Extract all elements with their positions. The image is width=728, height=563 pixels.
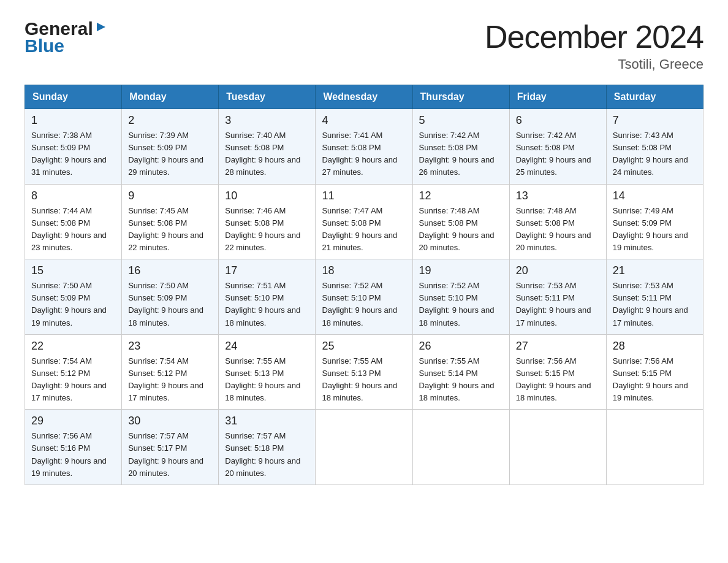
day-info: Sunrise: 7:53 AM Sunset: 5:11 PM Dayligh… [516, 280, 600, 329]
day-info: Sunrise: 7:46 AM Sunset: 5:08 PM Dayligh… [225, 205, 309, 255]
calendar-week-row: 15 Sunrise: 7:50 AM Sunset: 5:09 PM Dayl… [25, 259, 703, 335]
table-row: 13 Sunrise: 7:48 AM Sunset: 5:08 PM Dayl… [509, 184, 606, 259]
table-row [316, 410, 412, 485]
day-number: 3 [225, 114, 309, 127]
day-number: 30 [128, 415, 212, 427]
month-year-title: December 2024 [485, 18, 703, 55]
day-info: Sunrise: 7:48 AM Sunset: 5:08 PM Dayligh… [516, 205, 600, 255]
day-info: Sunrise: 7:38 AM Sunset: 5:09 PM Dayligh… [31, 129, 115, 179]
table-row: 20 Sunrise: 7:53 AM Sunset: 5:11 PM Dayl… [509, 259, 606, 335]
calendar-header-row: Sunday Monday Tuesday Wednesday Thursday… [25, 85, 703, 109]
day-number: 2 [128, 114, 212, 127]
day-info: Sunrise: 7:44 AM Sunset: 5:08 PM Dayligh… [31, 205, 115, 255]
day-number: 4 [322, 114, 406, 127]
day-info: Sunrise: 7:40 AM Sunset: 5:08 PM Dayligh… [225, 129, 309, 179]
day-info: Sunrise: 7:51 AM Sunset: 5:10 PM Dayligh… [225, 280, 309, 329]
day-info: Sunrise: 7:41 AM Sunset: 5:08 PM Dayligh… [322, 129, 406, 179]
logo-arrow-icon [94, 20, 108, 34]
day-number: 28 [613, 340, 697, 353]
table-row: 23 Sunrise: 7:54 AM Sunset: 5:12 PM Dayl… [122, 334, 219, 410]
day-number: 26 [419, 340, 503, 353]
table-row: 11 Sunrise: 7:47 AM Sunset: 5:08 PM Dayl… [316, 184, 412, 259]
table-row: 7 Sunrise: 7:43 AM Sunset: 5:08 PM Dayli… [606, 109, 703, 185]
day-number: 8 [31, 190, 115, 202]
table-row [509, 410, 606, 485]
day-number: 25 [322, 340, 406, 353]
table-row: 18 Sunrise: 7:52 AM Sunset: 5:10 PM Dayl… [316, 259, 412, 335]
calendar-table: Sunday Monday Tuesday Wednesday Thursday… [25, 85, 703, 485]
calendar-week-row: 29 Sunrise: 7:56 AM Sunset: 5:16 PM Dayl… [25, 410, 703, 485]
day-number: 20 [516, 264, 600, 277]
day-number: 13 [516, 190, 600, 202]
day-number: 22 [31, 340, 115, 353]
table-row: 1 Sunrise: 7:38 AM Sunset: 5:09 PM Dayli… [25, 109, 122, 185]
col-wednesday: Wednesday [316, 85, 412, 109]
day-info: Sunrise: 7:54 AM Sunset: 5:12 PM Dayligh… [128, 355, 212, 405]
day-info: Sunrise: 7:56 AM Sunset: 5:15 PM Dayligh… [613, 355, 697, 405]
day-number: 23 [128, 340, 212, 353]
day-number: 19 [419, 264, 503, 277]
day-number: 16 [128, 264, 212, 277]
table-row: 25 Sunrise: 7:55 AM Sunset: 5:13 PM Dayl… [316, 334, 412, 410]
day-number: 29 [31, 415, 115, 427]
table-row: 12 Sunrise: 7:48 AM Sunset: 5:08 PM Dayl… [412, 184, 509, 259]
col-sunday: Sunday [25, 85, 122, 109]
table-row: 24 Sunrise: 7:55 AM Sunset: 5:13 PM Dayl… [219, 334, 316, 410]
table-row: 22 Sunrise: 7:54 AM Sunset: 5:12 PM Dayl… [25, 334, 122, 410]
col-friday: Friday [509, 85, 606, 109]
day-info: Sunrise: 7:55 AM Sunset: 5:14 PM Dayligh… [419, 355, 503, 405]
table-row: 21 Sunrise: 7:53 AM Sunset: 5:11 PM Dayl… [606, 259, 703, 335]
table-row: 19 Sunrise: 7:52 AM Sunset: 5:10 PM Dayl… [412, 259, 509, 335]
day-info: Sunrise: 7:57 AM Sunset: 5:17 PM Dayligh… [128, 430, 212, 480]
day-number: 21 [613, 264, 697, 277]
location-subtitle: Tsotili, Greece [485, 56, 703, 72]
table-row: 26 Sunrise: 7:55 AM Sunset: 5:14 PM Dayl… [412, 334, 509, 410]
col-monday: Monday [122, 85, 219, 109]
table-row: 10 Sunrise: 7:46 AM Sunset: 5:08 PM Dayl… [219, 184, 316, 259]
day-number: 10 [225, 190, 309, 202]
day-number: 1 [31, 114, 115, 127]
table-row: 4 Sunrise: 7:41 AM Sunset: 5:08 PM Dayli… [316, 109, 412, 185]
table-row [412, 410, 509, 485]
day-number: 6 [516, 114, 600, 127]
day-number: 7 [613, 114, 697, 127]
svg-marker-0 [97, 23, 105, 31]
logo-blue-text: Blue [25, 36, 108, 56]
col-tuesday: Tuesday [219, 85, 316, 109]
day-info: Sunrise: 7:52 AM Sunset: 5:10 PM Dayligh… [322, 280, 406, 329]
table-row: 15 Sunrise: 7:50 AM Sunset: 5:09 PM Dayl… [25, 259, 122, 335]
day-number: 9 [128, 190, 212, 202]
table-row: 16 Sunrise: 7:50 AM Sunset: 5:09 PM Dayl… [122, 259, 219, 335]
table-row: 5 Sunrise: 7:42 AM Sunset: 5:08 PM Dayli… [412, 109, 509, 185]
day-info: Sunrise: 7:42 AM Sunset: 5:08 PM Dayligh… [516, 129, 600, 179]
table-row: 30 Sunrise: 7:57 AM Sunset: 5:17 PM Dayl… [122, 410, 219, 485]
day-info: Sunrise: 7:55 AM Sunset: 5:13 PM Dayligh… [322, 355, 406, 405]
day-info: Sunrise: 7:53 AM Sunset: 5:11 PM Dayligh… [613, 280, 697, 329]
day-info: Sunrise: 7:49 AM Sunset: 5:09 PM Dayligh… [613, 205, 697, 255]
table-row: 2 Sunrise: 7:39 AM Sunset: 5:09 PM Dayli… [122, 109, 219, 185]
table-row: 29 Sunrise: 7:56 AM Sunset: 5:16 PM Dayl… [25, 410, 122, 485]
day-number: 31 [225, 415, 309, 427]
day-info: Sunrise: 7:56 AM Sunset: 5:15 PM Dayligh… [516, 355, 600, 405]
page-header: General Blue December 2024 Tsotili, Gree… [25, 18, 703, 72]
title-block: December 2024 Tsotili, Greece [485, 18, 703, 72]
calendar-week-row: 8 Sunrise: 7:44 AM Sunset: 5:08 PM Dayli… [25, 184, 703, 259]
day-info: Sunrise: 7:52 AM Sunset: 5:10 PM Dayligh… [419, 280, 503, 329]
day-number: 15 [31, 264, 115, 277]
day-info: Sunrise: 7:56 AM Sunset: 5:16 PM Dayligh… [31, 430, 115, 480]
col-thursday: Thursday [412, 85, 509, 109]
day-number: 27 [516, 340, 600, 353]
day-info: Sunrise: 7:57 AM Sunset: 5:18 PM Dayligh… [225, 430, 309, 480]
table-row: 6 Sunrise: 7:42 AM Sunset: 5:08 PM Dayli… [509, 109, 606, 185]
day-info: Sunrise: 7:50 AM Sunset: 5:09 PM Dayligh… [31, 280, 115, 329]
day-number: 12 [419, 190, 503, 202]
day-info: Sunrise: 7:55 AM Sunset: 5:13 PM Dayligh… [225, 355, 309, 405]
logo: General Blue [25, 18, 108, 56]
day-info: Sunrise: 7:48 AM Sunset: 5:08 PM Dayligh… [419, 205, 503, 255]
day-number: 5 [419, 114, 503, 127]
table-row: 3 Sunrise: 7:40 AM Sunset: 5:08 PM Dayli… [219, 109, 316, 185]
day-info: Sunrise: 7:47 AM Sunset: 5:08 PM Dayligh… [322, 205, 406, 255]
day-info: Sunrise: 7:43 AM Sunset: 5:08 PM Dayligh… [613, 129, 697, 179]
table-row: 8 Sunrise: 7:44 AM Sunset: 5:08 PM Dayli… [25, 184, 122, 259]
day-info: Sunrise: 7:39 AM Sunset: 5:09 PM Dayligh… [128, 129, 212, 179]
